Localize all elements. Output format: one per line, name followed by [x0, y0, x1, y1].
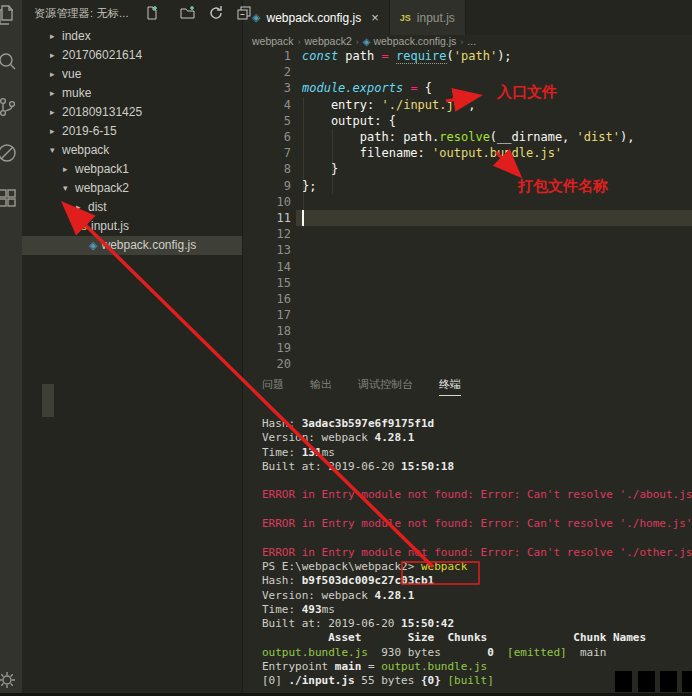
terminal-line: Time: 493ms [262, 603, 692, 617]
tree-item-201706021614[interactable]: ▸201706021614 [22, 46, 242, 65]
line-number: 4 [242, 97, 291, 113]
tab-label: webpack.config.js [266, 11, 361, 25]
chevron-right-icon: ▸ [76, 198, 88, 217]
annotation-entry-label: 入口文件 [497, 83, 557, 102]
tree-item-label: 201706021614 [62, 48, 142, 62]
line-number: 5 [242, 113, 291, 129]
line-number: 9 [242, 178, 291, 194]
panel-tab-item[interactable]: 输出 [310, 377, 332, 395]
tree-item-label: vue [62, 67, 81, 81]
line-number: 20 [242, 356, 291, 372]
censor-block [682, 671, 692, 692]
collapse-all-icon[interactable] [236, 5, 254, 23]
code-line [302, 307, 692, 323]
breadcrumb-item[interactable]: webpack2 [304, 35, 351, 47]
chevron-right-icon: ▸ [50, 65, 62, 84]
close-icon[interactable]: × [371, 10, 379, 25]
code-line [302, 323, 692, 339]
tree-item-muke[interactable]: ▸muke [22, 84, 242, 103]
vscode-window: 资源管理器: 无标... ▸index▸201706021614▸vue▸muk… [0, 0, 692, 696]
explorer-header: 资源管理器: 无标... [22, 0, 242, 26]
settings-gear-icon[interactable] [0, 668, 21, 694]
refresh-icon[interactable] [208, 5, 226, 23]
tree-item-webpack2[interactable]: ▾webpack2 [22, 179, 242, 198]
breadcrumb-separator: › [356, 37, 359, 47]
source-control-icon[interactable] [0, 95, 21, 121]
breadcrumb-item[interactable]: webpack [252, 35, 293, 47]
chevron-right-icon: ▸ [50, 46, 62, 65]
new-file-icon[interactable] [144, 5, 162, 23]
tree-item-index[interactable]: ▸index [22, 27, 242, 46]
line-number: 12 [242, 226, 291, 242]
terminal-line: ERROR in Entry module not found: Error: … [262, 488, 692, 502]
panel-tab-terminal-active[interactable]: 终端 [439, 377, 461, 396]
code-line [302, 194, 692, 210]
breadcrumb-separator: › [297, 37, 300, 47]
tree-item-dist[interactable]: ▸dist [22, 198, 242, 217]
tree-item-label: 201809131425 [62, 105, 142, 119]
panel-tab-item[interactable]: 调试控制台 [358, 377, 413, 395]
tree-item-label: muke [62, 86, 91, 100]
tab-webpack-config[interactable]: ◈ webpack.config.js × [242, 0, 390, 35]
line-number: 8 [242, 161, 291, 177]
terminal-line: Version: webpack 4.28.1 [262, 589, 692, 603]
code-line [302, 356, 692, 372]
terminal-line: Built at: 2019-06-20 15:50:18 [262, 460, 692, 474]
js-file-icon: JS [76, 218, 87, 237]
explorer-icon[interactable] [0, 3, 21, 29]
line-number: 10 [242, 194, 291, 210]
extensions-icon[interactable] [0, 187, 21, 213]
panel-tab-item[interactable]: 问题 [262, 377, 284, 395]
line-number: 1 [242, 48, 291, 64]
panel-tab-bar: 问题输出调试控制台终端 [242, 372, 692, 400]
editor-tab-bar: ◈ webpack.config.js × JS input.js [242, 0, 692, 35]
line-number: 16 [242, 291, 291, 307]
debug-icon[interactable] [0, 141, 21, 167]
line-number: 19 [242, 340, 291, 356]
line-number: 11 [242, 210, 291, 226]
tree-item-webpack1[interactable]: ▸webpack1 [22, 160, 242, 179]
line-number: 15 [242, 275, 291, 291]
line-number: 3 [242, 80, 291, 96]
tree-item-webpack[interactable]: ▾webpack [22, 141, 242, 160]
line-number: 17 [242, 307, 291, 323]
search-icon[interactable] [0, 49, 21, 75]
terminal-output[interactable]: Hash: 3adac3b597e6f9175f1dVersion: webpa… [262, 417, 692, 692]
activity-bar [0, 0, 22, 696]
terminal-line: ERROR in Entry module not found: Error: … [262, 546, 692, 560]
terminal-line: Hash: b9f503dc009c27c03cb1 [262, 574, 692, 588]
terminal-line: Hash: 3adac3b597e6f9175f1d [262, 417, 692, 431]
breadcrumb[interactable]: webpack›webpack2›◈webpack.config.js›... [242, 35, 692, 48]
tree-item-label: webpack1 [75, 162, 129, 176]
tab-input-js[interactable]: JS input.js [390, 0, 466, 35]
code-line: output: { [302, 113, 692, 129]
tree-item-2019-6-15[interactable]: ▸2019-6-15 [22, 122, 242, 141]
webpack-file-icon: ◈ [89, 236, 97, 255]
censor-block [660, 671, 677, 692]
code-line: }; [302, 178, 692, 194]
line-number: 2 [242, 64, 291, 80]
terminal-line: Time: 131ms [262, 446, 692, 460]
tree-item-label: webpack [62, 143, 109, 157]
tree-item-vue[interactable]: ▸vue [22, 65, 242, 84]
code-line: path: path.resolve(__dirname, 'dist'), [302, 129, 692, 145]
tree-item-input-js[interactable]: JSinput.js [22, 217, 242, 236]
line-number: 18 [242, 323, 291, 339]
breadcrumb-item[interactable]: webpack.config.js [373, 35, 456, 47]
code-line [302, 210, 692, 226]
tree-item-201809131425[interactable]: ▸201809131425 [22, 103, 242, 122]
terminal-line: Built at: 2019-06-20 15:50:42 [262, 617, 692, 631]
chevron-right-icon: ▸ [50, 103, 62, 122]
line-number-gutter: 1234567891011121314151617181920 [242, 48, 291, 372]
terminal-line: PS E:\webpack\webpack2> webpack [262, 560, 692, 574]
code-editor[interactable]: 1234567891011121314151617181920 const pa… [242, 48, 692, 372]
line-number: 14 [242, 259, 291, 275]
tree-item-webpack-config-js[interactable]: ◈webpack.config.js [22, 236, 242, 255]
explorer-title: 资源管理器: 无标... [34, 6, 129, 21]
new-folder-icon[interactable] [180, 5, 198, 23]
code-line [302, 242, 692, 258]
breadcrumb-item[interactable]: ... [467, 35, 476, 47]
terminal-line [262, 531, 692, 545]
tree-item-label: dist [88, 200, 107, 214]
chevron-right-icon: ▸ [63, 160, 75, 179]
